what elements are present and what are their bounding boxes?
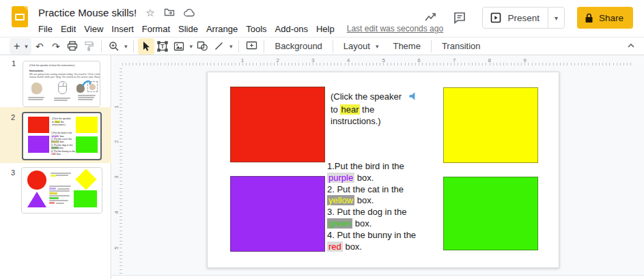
task-1-line-2: purple box. [327, 173, 447, 184]
thumb2-tasks-text: 1.Put the bird in the purple box. 2. Put… [51, 132, 76, 156]
v-ruler-number: 1 [113, 105, 120, 108]
thumb3-green-square [74, 190, 97, 207]
vertical-ruler: 12345 [116, 65, 122, 274]
h-ruler-number: 8 [488, 57, 491, 63]
thumb3-yellow-diamond [75, 168, 96, 190]
comment-history-icon[interactable] [451, 9, 468, 27]
h-ruler-number: 3 [311, 57, 314, 63]
menu-addons[interactable]: Add-ons [271, 23, 312, 35]
print-icon [67, 41, 78, 51]
zoom-button[interactable] [106, 38, 122, 55]
image-caret-icon[interactable]: ▾ [187, 43, 195, 50]
slide-thumbnail-1[interactable]: (Click the speaker to hear the instructi… [23, 61, 100, 107]
slides-logo[interactable] [12, 6, 28, 27]
canvas-area: 123456789 12345 (Click the speaker to he… [112, 55, 644, 279]
lock-icon [585, 13, 593, 23]
zoom-icon [109, 41, 120, 52]
yellow-box-shape[interactable] [443, 87, 538, 163]
h-ruler-number: 5 [382, 57, 385, 63]
text-box-button[interactable] [154, 38, 171, 55]
thumb3-purple-triangle [27, 192, 46, 207]
background-button[interactable]: Background [268, 38, 328, 55]
redo-button[interactable]: ↷ [48, 38, 64, 55]
star-icon[interactable]: ☆ [145, 8, 154, 18]
theme-button[interactable]: Theme [387, 38, 426, 55]
slide-filmstrip: 1 2 3 (Click the speaker to hear the ins… [0, 55, 111, 279]
tasks-text[interactable]: 1.Put the bird in the purple box. 2. Put… [327, 161, 447, 252]
select-tool-button[interactable] [138, 38, 154, 55]
layout-button[interactable]: Layout▾ [337, 38, 387, 55]
h-ruler-number: 7 [453, 57, 456, 63]
slide-thumbnail-3[interactable] [21, 167, 102, 214]
share-label: Share [599, 13, 624, 23]
chevron-up-icon [626, 41, 636, 50]
share-button[interactable]: Share [577, 7, 633, 29]
toolbar: + ▾ ↶ ↷ ▾ [0, 37, 644, 55]
h-ruler-number: 9 [523, 57, 526, 63]
paint-format-button[interactable] [81, 38, 97, 55]
menu-slide[interactable]: Slide [174, 23, 202, 35]
slide-1-number: 1 [12, 59, 16, 68]
speaker-icon[interactable] [407, 91, 417, 104]
print-button[interactable] [64, 38, 81, 55]
google-slides-window: Practice Mouse skills! ☆ File Edit View [0, 0, 644, 279]
thumb1-instructions-label: Instructions: [29, 70, 100, 72]
insert-comment-button[interactable] [243, 38, 260, 55]
line-icon [214, 41, 224, 51]
task-2-line-2: yellow box. [327, 195, 447, 207]
activity-dashboard-icon[interactable] [422, 9, 440, 27]
cursor-icon [141, 41, 151, 52]
h-ruler-number: 4 [347, 57, 350, 63]
slide-2-number: 2 [11, 113, 15, 121]
slide-thumbnail-2[interactable]: (Click the speaker to hear the instructi… [22, 112, 102, 160]
h-ruler-number: 1 [241, 57, 244, 63]
toolbar-divider [238, 40, 239, 53]
thumb2-yellow-box [76, 117, 98, 133]
menu-help[interactable]: Help [312, 23, 339, 35]
undo-icon: ↶ [36, 41, 44, 52]
line-caret-icon[interactable]: ▾ [227, 43, 235, 50]
thumb1-hand-image-1 [31, 83, 42, 94]
header: Practice Mouse skills! ☆ File Edit View [0, 0, 644, 37]
present-icon [490, 12, 501, 23]
red-box-shape[interactable] [230, 87, 325, 162]
thumb2-purple-box [28, 136, 49, 153]
slide-3-number: 3 [11, 168, 15, 177]
present-button[interactable]: Present ▾ [482, 7, 565, 29]
thumb1-header-line: (Click the speaker to hear the instructi… [29, 64, 100, 67]
menu-format[interactable]: Format [138, 23, 174, 35]
undo-button[interactable]: ↶ [31, 38, 48, 55]
task-3-line-2: green box. [327, 218, 447, 230]
menu-bar: File Edit View Insert Format Slide Arran… [34, 21, 443, 36]
move-folder-icon[interactable] [164, 8, 175, 17]
slide-canvas[interactable]: (Click the speaker to hear the instructi… [207, 72, 559, 268]
insert-image-button[interactable] [171, 38, 187, 55]
speaker-note-text[interactable]: (Click the speaker to hear the instructi… [331, 91, 447, 127]
collapse-toolbar-button[interactable] [626, 41, 636, 53]
text-box-icon [157, 41, 168, 52]
menu-edit[interactable]: Edit [57, 23, 80, 35]
v-ruler-number: 4 [113, 211, 120, 214]
logo-inner-rect [15, 14, 25, 20]
zoom-caret-icon[interactable]: ▾ [122, 43, 130, 50]
transition-button[interactable]: Transition [436, 38, 487, 55]
thumb2-green-box [76, 136, 98, 153]
line-button[interactable] [211, 38, 227, 55]
green-box-shape[interactable] [443, 177, 538, 250]
present-dropdown[interactable]: ▾ [548, 8, 564, 28]
cloud-status-icon[interactable] [184, 8, 195, 17]
shape-button[interactable] [195, 38, 211, 55]
paint-format-icon [83, 41, 94, 51]
h-ruler-number: 2 [276, 57, 279, 63]
menu-insert[interactable]: Insert [107, 23, 138, 35]
v-ruler-number: 2 [113, 141, 120, 143]
menu-file[interactable]: File [34, 23, 57, 35]
menu-arrange[interactable]: Arrange [202, 23, 242, 35]
purple-box-shape[interactable] [230, 176, 325, 252]
document-title[interactable]: Practice Mouse skills! [38, 7, 137, 18]
new-slide-caret-icon[interactable]: ▾ [23, 43, 30, 50]
toolbar-divider [133, 40, 134, 53]
new-slide-button[interactable]: + ▾ [10, 38, 31, 55]
menu-tools[interactable]: Tools [242, 23, 270, 35]
menu-view[interactable]: View [80, 23, 107, 35]
